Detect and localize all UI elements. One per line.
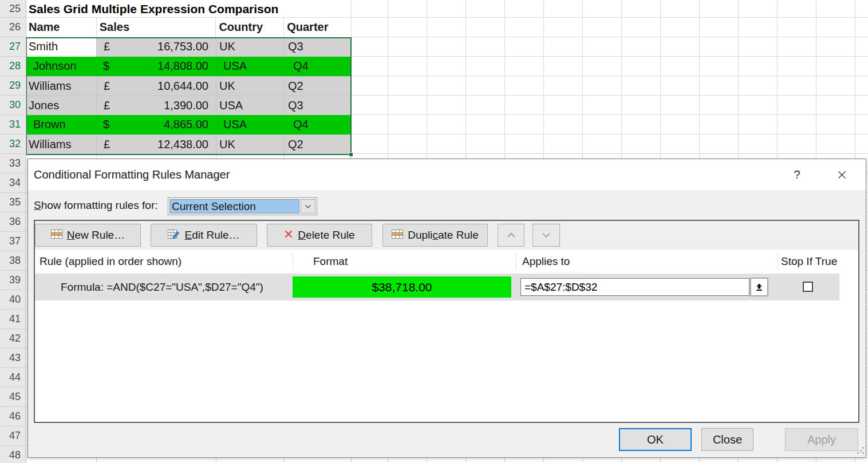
row-header-32[interactable]: 32 [0,134,26,154]
conditional-formatting-rules-manager-dialog: Conditional Formatting Rules Manager ? S… [27,159,866,458]
chevron-down-icon[interactable] [301,199,315,213]
amount: 12,438.00 [157,135,208,154]
combobox-selected-value: Current Selection [169,199,299,213]
cell-C30[interactable]: USA [216,96,284,115]
cell-B28[interactable]: $14,808.00 [96,57,216,76]
table-row-27: Smith£16,753.00UKQ3 [26,37,352,57]
cell-D31[interactable]: Q4 [284,115,351,134]
row-header-31[interactable]: 31 [0,115,26,134]
row-header-39[interactable]: 39 [0,271,26,290]
row-header-34[interactable]: 34 [0,173,26,193]
cell-C28[interactable]: USA [216,57,284,76]
cell-A32[interactable]: Williams [26,135,96,154]
cell-D29[interactable]: Q2 [284,77,351,96]
row-header-48[interactable]: 48 [0,446,26,463]
cell-C31[interactable]: USA [216,115,284,134]
new-rule-button[interactable]: New Rule… [35,224,141,247]
rule-row[interactable]: Formula: =AND($C27="USA",$D27="Q4") $38,… [35,274,839,300]
header-cell-quarter[interactable]: Quarter [283,18,351,37]
cell-C27[interactable]: UK [216,37,284,57]
apply-button[interactable]: Apply [785,428,858,451]
move-rule-up-button[interactable] [498,224,524,247]
row-header-26[interactable]: 26 [0,18,26,37]
show-rules-for-combobox[interactable]: Current Selection [168,197,317,215]
fill-handle[interactable] [349,152,353,157]
chevron-up-icon [507,232,516,238]
row-header-44[interactable]: 44 [0,368,26,387]
chevron-down-icon [542,232,551,238]
cell-D32[interactable]: Q2 [284,135,351,154]
cell-B29[interactable]: £10,644.00 [96,77,216,96]
header-cell-name[interactable]: Name [26,18,96,37]
cell-C32[interactable]: UK [216,135,284,154]
sheet-title-cell[interactable]: Sales Grid Multiple Expression Compariso… [26,0,352,18]
header-cell-country[interactable]: Country [215,18,283,37]
table-row-28: Johnson$14,808.00USAQ4 [26,57,352,76]
row-header-42[interactable]: 42 [0,329,26,349]
row-header-37[interactable]: 37 [0,232,26,251]
stop-if-true-checkbox[interactable] [803,282,813,292]
dialog-titlebar[interactable]: Conditional Formatting Rules Manager ? [28,159,866,190]
applies-to-input[interactable] [520,278,749,296]
delete-rule-button[interactable]: Delete Rule [267,224,372,247]
row-header-33[interactable]: 33 [0,154,26,173]
cell-A30[interactable]: Jones [26,96,96,115]
dialog-title: Conditional Formatting Rules Manager [34,159,230,190]
row-header-35[interactable]: 35 [0,193,26,212]
cell-B30[interactable]: £1,390.00 [96,96,216,115]
row-header-38[interactable]: 38 [0,251,26,271]
row-header-41[interactable]: 41 [0,310,26,329]
currency-symbol: $ [103,57,109,76]
new-rule-icon [51,229,62,242]
table-row-32: Williams£12,438.00UKQ2 [26,134,352,154]
close-icon[interactable] [833,166,850,183]
row-header-25[interactable]: 25 [0,0,26,18]
collapse-dialog-range-picker-icon[interactable] [750,278,768,296]
cell-D30[interactable]: Q3 [284,96,351,115]
column-header-rule: Rule (applied in order shown) [40,250,182,274]
cell-B31[interactable]: $4,865.00 [96,115,216,134]
row-header-36[interactable]: 36 [0,212,26,232]
delete-x-icon [284,229,293,242]
move-rule-down-button[interactable] [532,224,560,247]
currency-symbol: £ [104,135,110,154]
currency-symbol: £ [104,96,110,115]
help-icon[interactable]: ? [790,166,804,183]
cell-A29[interactable]: Williams [26,77,96,96]
cell-A28[interactable]: Johnson [26,57,96,76]
amount: 1,390.00 [164,96,208,115]
header-separator [516,253,516,270]
cell-A27[interactable]: Smith [26,37,96,57]
new-rule-label: New Rule… [67,229,125,242]
row-header-43[interactable]: 43 [0,349,26,368]
edit-rule-button[interactable]: Edit Rule… [151,224,257,247]
cell-B27[interactable]: £16,753.00 [96,37,216,57]
column-header-format: Format [313,250,348,274]
cell-D28[interactable]: Q4 [284,57,351,76]
rules-list-panel: New Rule… Edit Rule… Delete Rule Duplica… [34,220,859,423]
cell-C29[interactable]: UK [216,77,284,96]
resize-grip[interactable] [857,447,864,454]
delete-rule-label: Delete Rule [298,229,354,242]
row-header-29[interactable]: 29 [0,76,26,96]
rule-description: Formula: =AND($C27="USA",$D27="Q4") [61,274,263,300]
row-header-45[interactable]: 45 [0,387,26,407]
amount: 14,808.00 [157,57,208,76]
row-header-28[interactable]: 28 [0,57,26,76]
close-button[interactable]: Close [701,428,753,451]
row-header-27[interactable]: 27 [0,37,26,57]
cell-D27[interactable]: Q3 [284,37,351,57]
cell-A31[interactable]: Brown [26,115,96,134]
row-header-46[interactable]: 46 [0,407,26,426]
ok-button[interactable]: OK [619,428,692,451]
row-header-40[interactable]: 40 [0,290,26,310]
header-cell-sales[interactable]: Sales [96,18,216,37]
rule-format-preview: $38,718.00 [293,276,511,298]
row-header-47[interactable]: 47 [0,426,26,446]
duplicate-rule-button[interactable]: Duplicate Rule [382,224,488,247]
cell-B32[interactable]: £12,438.00 [96,135,216,154]
row-header-column: 2526272829303132333435363738394041424344… [0,0,26,463]
row-header-30[interactable]: 30 [0,96,26,115]
column-header-stop-if-true: Stop If True [781,250,837,274]
amount: 10,644.00 [157,77,208,96]
